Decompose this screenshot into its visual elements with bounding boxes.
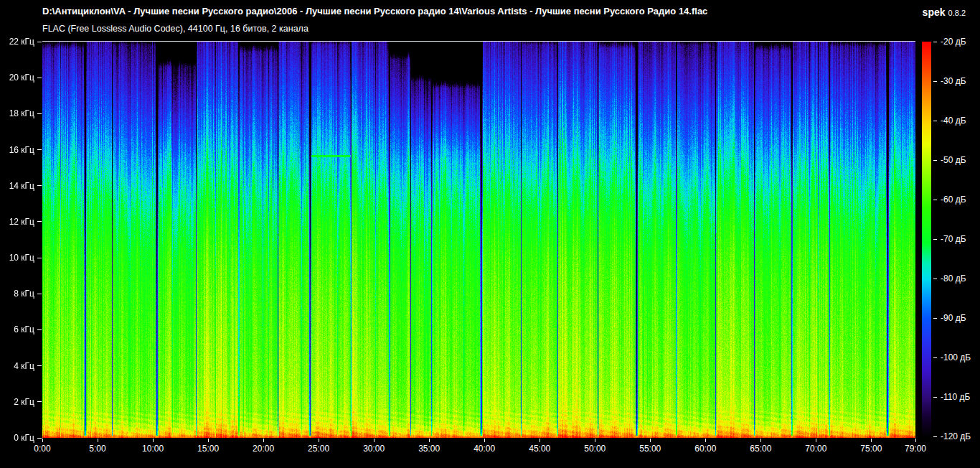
- legend-tick-label: -100 дБ: [941, 352, 971, 362]
- frequency-tick: [37, 438, 42, 439]
- frequency-tick: [37, 365, 42, 366]
- legend-tick: [933, 42, 937, 42]
- legend-tick: [933, 81, 937, 82]
- time-tick-label: 79:00: [899, 444, 932, 454]
- time-tick: [208, 439, 209, 442]
- time-tick-label: 35:00: [413, 444, 446, 454]
- time-tick-label: 65:00: [744, 444, 777, 454]
- frequency-tick-label: 12 кГц: [0, 217, 34, 227]
- time-tick-label: 50:00: [578, 444, 611, 454]
- frequency-tick: [37, 258, 42, 258]
- frequency-tick-label: 16 кГц: [0, 145, 34, 155]
- frequency-tick-label: 0 кГц: [0, 433, 34, 443]
- time-tick-label: 10:00: [136, 444, 169, 454]
- time-tick-label: 0:00: [26, 444, 59, 454]
- spectrogram-canvas: [42, 42, 915, 438]
- legend-tick-label: -20 дБ: [941, 37, 966, 47]
- format-info: FLAC (Free Lossless Audio Codec), 44100 …: [42, 24, 308, 34]
- legend-tick-label: -110 дБ: [941, 392, 970, 402]
- time-tick-label: 20:00: [247, 444, 280, 454]
- frequency-tick-label: 8 кГц: [0, 289, 34, 299]
- legend-tick: [933, 160, 937, 161]
- time-tick: [263, 439, 264, 442]
- legend-tick: [933, 397, 937, 398]
- time-tick-label: 55:00: [633, 444, 666, 454]
- time-tick: [374, 439, 374, 442]
- time-tick-label: 15:00: [192, 444, 225, 454]
- time-tick: [98, 439, 98, 442]
- time-tick: [319, 439, 319, 442]
- legend-tick: [933, 318, 937, 319]
- time-tick-label: 60:00: [689, 444, 722, 454]
- frequency-tick: [37, 329, 42, 330]
- app-name: spek: [923, 6, 946, 18]
- time-tick: [42, 439, 43, 442]
- time-tick: [595, 439, 595, 442]
- frequency-tick-label: 2 кГц: [0, 397, 34, 407]
- db-legend-bar: [922, 42, 931, 437]
- frequency-tick: [37, 294, 42, 294]
- frequency-tick-label: 6 кГц: [0, 324, 34, 334]
- plot-top-edge-line: [42, 41, 915, 42]
- legend-tick-label: -30 дБ: [941, 76, 966, 86]
- frequency-tick: [37, 401, 42, 402]
- time-tick: [816, 439, 816, 442]
- legend-tick: [933, 121, 937, 121]
- time-tick: [871, 439, 872, 442]
- legend-tick-label: -120 дБ: [941, 431, 971, 441]
- frequency-tick: [37, 221, 42, 222]
- time-tick: [760, 439, 761, 442]
- time-tick: [705, 439, 706, 442]
- frequency-tick-label: 10 кГц: [0, 253, 34, 263]
- time-tick-label: 70:00: [799, 444, 832, 454]
- time-tick-label: 75:00: [854, 444, 887, 454]
- app-version: 0.8.2: [948, 9, 966, 17]
- legend-tick: [933, 200, 937, 200]
- frequency-tick-label: 20 кГц: [0, 72, 34, 83]
- frequency-tick: [37, 185, 42, 186]
- time-tick: [153, 439, 154, 442]
- file-path: D:\Антициклон\VA - Лучшие песни Русского…: [42, 6, 707, 17]
- legend-tick-label: -60 дБ: [941, 195, 966, 205]
- legend-tick: [933, 436, 937, 437]
- time-tick: [915, 439, 916, 442]
- time-tick: [650, 439, 651, 442]
- time-tick-label: 40:00: [468, 444, 501, 454]
- frequency-tick: [37, 149, 42, 150]
- app-brand: spek0.8.2: [923, 6, 966, 19]
- legend-tick-label: -70 дБ: [941, 234, 966, 244]
- legend-tick-label: -50 дБ: [941, 155, 966, 165]
- frequency-tick-label: 4 кГц: [0, 361, 34, 371]
- time-tick: [484, 439, 485, 442]
- spek-window: { "app": { "name": "spek", "version": "0…: [0, 0, 980, 468]
- legend-tick-label: -90 дБ: [941, 313, 966, 323]
- frequency-tick: [37, 42, 42, 42]
- legend-tick: [933, 279, 937, 279]
- time-tick-label: 5:00: [81, 444, 114, 454]
- frequency-tick: [37, 78, 42, 78]
- time-tick-label: 45:00: [523, 444, 556, 454]
- legend-tick: [933, 239, 937, 240]
- legend-tick-label: -40 дБ: [941, 116, 966, 126]
- time-tick-label: 30:00: [357, 444, 390, 454]
- legend-tick-label: -80 дБ: [941, 273, 966, 284]
- legend-tick: [933, 357, 937, 358]
- frequency-tick-label: 18 кГц: [0, 108, 34, 118]
- time-tick-label: 25:00: [302, 444, 335, 454]
- time-tick: [540, 439, 540, 442]
- frequency-tick: [37, 113, 42, 114]
- frequency-tick-label: 22 кГц: [0, 37, 34, 47]
- time-tick: [429, 439, 430, 442]
- frequency-tick-label: 14 кГц: [0, 181, 34, 191]
